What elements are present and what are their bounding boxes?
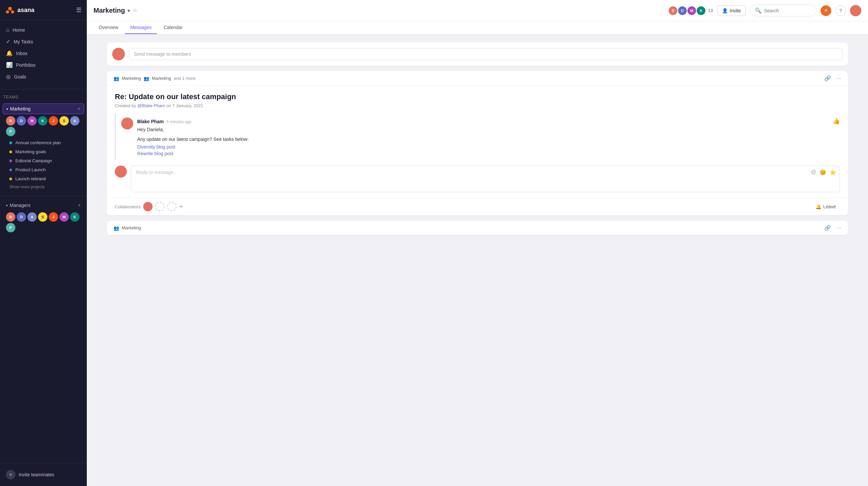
avatar: P	[6, 127, 16, 136]
topbar-avatars: B D M K 13	[669, 6, 713, 16]
avatar: J	[49, 212, 58, 222]
message-card-2: 👥 Marketing 🔗 ···	[107, 221, 848, 235]
avatar: K	[38, 116, 48, 126]
compose-input[interactable]: Send message to members	[129, 48, 843, 60]
msg-and-more: and 1 more	[174, 76, 196, 81]
project-item-annual-conference[interactable]: Annual conference plan	[3, 138, 84, 147]
link-icon[interactable]: 🔗	[824, 75, 831, 82]
group-icon: 👥	[114, 76, 119, 81]
add-to-managers-icon[interactable]: +	[78, 202, 81, 208]
project-label: Annual conference plan	[16, 140, 61, 145]
project-dot	[9, 168, 12, 171]
msg-group-name-2: Marketing	[152, 76, 171, 81]
managers-team: ▾ Managers + B D A S J M K P	[0, 199, 87, 236]
message-meta: Created by @Blake Pham on 7 January, 202…	[115, 103, 840, 108]
tab-calendar[interactable]: Calendar	[158, 21, 188, 34]
tab-messages[interactable]: Messages	[125, 21, 157, 34]
marketing-team-header[interactable]: ▾ Marketing +	[3, 103, 84, 114]
managers-team-header[interactable]: ▾ Managers +	[3, 200, 84, 210]
link-icon-2[interactable]: 🔗	[824, 225, 831, 231]
page-title: Marketing ▾ ☆	[93, 7, 137, 14]
svg-point-0	[8, 7, 12, 10]
svg-point-1	[6, 10, 9, 14]
project-item-marketing-goals[interactable]: Marketing goals	[3, 147, 84, 156]
collaborator-avatar-1	[143, 202, 153, 211]
message-card-1: 👥 Marketing 👥 Marketing and 1 more 🔗 ···…	[107, 71, 848, 215]
sidebar-item-my-tasks[interactable]: ✓ My Tasks	[3, 36, 84, 47]
sidebar-item-goals-label: Goals	[14, 74, 26, 79]
collaborator-add-2[interactable]	[167, 202, 177, 211]
invite-button-label: Invite	[730, 8, 741, 13]
thread-author-avatar	[121, 118, 133, 130]
avatar: K	[70, 212, 80, 222]
invite-button[interactable]: 👤 Invite	[717, 5, 746, 16]
avatar: D	[17, 116, 26, 126]
group-icon-3: 👥	[114, 225, 119, 231]
sidebar-item-home[interactable]: ⌂ Home	[3, 24, 84, 36]
compose-box: Send message to members	[107, 42, 848, 66]
marketing-team: ▾ Marketing + B D M K J S A P Annual con…	[0, 102, 87, 192]
svg-point-2	[11, 10, 14, 14]
marketing-team-avatars: B D M K J S A P	[3, 114, 84, 138]
tab-overview[interactable]: Overview	[93, 21, 124, 34]
asana-logo[interactable]: asana	[5, 5, 34, 15]
sidebar-item-home-label: Home	[13, 27, 25, 33]
sidebar-item-portfolios[interactable]: 📊 Portfolios	[3, 59, 84, 71]
search-input[interactable]	[764, 8, 812, 13]
message-card-header: 👥 Marketing 👥 Marketing and 1 more 🔗 ···	[107, 71, 848, 86]
question-icon: ?	[839, 8, 842, 13]
favorite-icon[interactable]: ☆	[132, 7, 137, 14]
project-item-product-launch[interactable]: Product Launch	[3, 165, 84, 174]
add-button[interactable]: +	[820, 5, 831, 16]
user-avatar[interactable]	[850, 5, 861, 17]
message-title: Re: Update on our latest campaign	[115, 93, 840, 101]
invite-teammates-item[interactable]: + Invite teammates	[3, 467, 84, 482]
diversity-blog-post-link[interactable]: Diversity blog post	[137, 144, 840, 150]
leave-label: Leave	[823, 204, 836, 209]
leave-button[interactable]: 🔔 Leave	[812, 202, 840, 211]
invite-icon: +	[6, 470, 16, 479]
sidebar-item-portfolios-label: Portfolios	[16, 62, 35, 68]
add-to-marketing-icon[interactable]: +	[78, 106, 81, 112]
author-mention[interactable]: @Blake Pham	[137, 103, 165, 108]
more-options-icon[interactable]: ···	[837, 75, 841, 82]
more-options-icon-2[interactable]: ···	[837, 225, 841, 231]
search-bar[interactable]: 🔍	[750, 5, 816, 17]
project-item-launch-rebrand[interactable]: Launch rebrand	[3, 174, 84, 183]
project-dot	[9, 141, 12, 144]
thread-greeting: Hey Daniela,	[137, 126, 840, 133]
bell-leave-icon: 🔔	[815, 204, 821, 209]
check-icon: ✓	[6, 38, 10, 45]
collaborator-add-1[interactable]	[155, 202, 164, 211]
sidebar-header: asana ☰	[0, 0, 87, 20]
avatar: D	[17, 212, 26, 222]
sidebar-toggle-icon[interactable]: ☰	[76, 6, 82, 14]
add-collaborator-icon[interactable]: +	[179, 203, 183, 210]
project-dot	[9, 177, 12, 180]
thread-body: Any update on our latest campaign? See t…	[137, 136, 840, 143]
at-icon[interactable]: @	[811, 169, 816, 175]
reply-input[interactable]: Reply to message... @ 😊 ⭐	[131, 166, 840, 192]
project-label: Product Launch	[16, 167, 46, 172]
topbar-member-count: 13	[708, 8, 713, 13]
show-more-projects[interactable]: Show more projects	[3, 183, 84, 191]
sidebar-item-my-tasks-label: My Tasks	[14, 39, 33, 44]
help-button[interactable]: ?	[835, 5, 846, 16]
goals-icon: ◎	[6, 73, 11, 80]
chevron-down-icon: ▾	[6, 204, 8, 207]
sidebar-item-goals[interactable]: ◎ Goals	[3, 71, 84, 83]
emoji-icon[interactable]: 😊	[819, 169, 826, 175]
star-emoji-icon[interactable]: ⭐	[830, 169, 836, 175]
project-label: Launch rebrand	[16, 176, 46, 181]
like-icon[interactable]: 👍	[833, 118, 840, 125]
sidebar-item-inbox[interactable]: 🔔 Inbox	[3, 47, 84, 59]
teams-label: Teams	[3, 95, 18, 99]
compose-placeholder: Send message to members	[134, 52, 191, 57]
project-item-editorial-campaign[interactable]: Editorial Campaign	[3, 156, 84, 165]
thread-header: Blake Pham 9 minutes ago 👍	[137, 118, 840, 125]
title-chevron-icon[interactable]: ▾	[127, 8, 130, 13]
managers-team-avatars: B D A S J M K P	[3, 210, 84, 234]
collaborators-label: Collaborators	[115, 204, 141, 209]
avatar: P	[6, 223, 16, 232]
rewrite-blog-post-link[interactable]: Rewrite blog post	[137, 151, 840, 156]
